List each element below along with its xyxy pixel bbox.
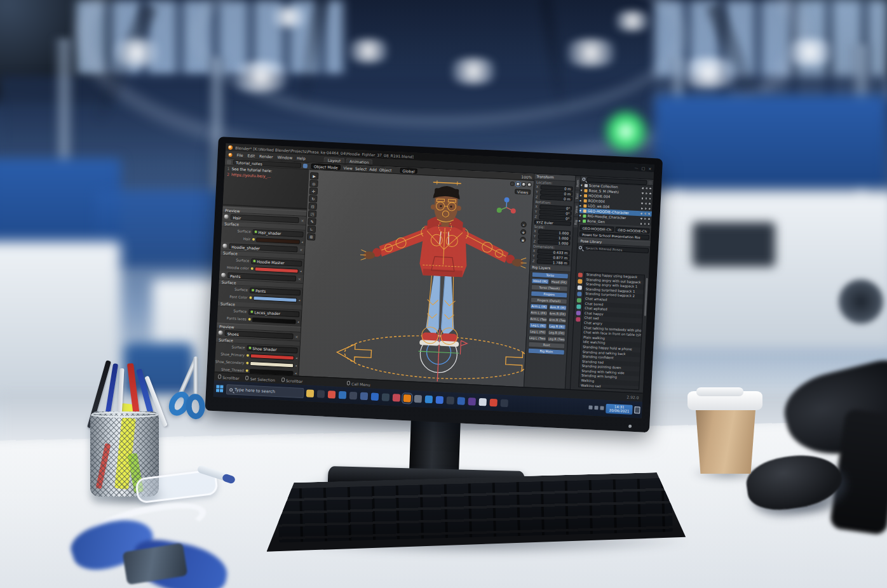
pose-search-icon[interactable]: [579, 246, 582, 249]
visibility-toggles[interactable]: [642, 187, 652, 190]
viewport-tool-button[interactable]: ◳: [308, 210, 317, 218]
taskbar-app-icon[interactable]: [500, 399, 508, 408]
expand-arrow-icon[interactable]: ▾: [580, 188, 583, 192]
taskbar-app-icon[interactable]: [317, 390, 325, 398]
taskbar-app-icon[interactable]: [489, 399, 498, 407]
taskbar-app-icon[interactable]: [382, 393, 390, 401]
taskbar-app-icon[interactable]: [414, 395, 423, 403]
visibility-toggles[interactable]: [640, 202, 651, 205]
navigation-gizmo[interactable]: [495, 196, 518, 219]
viewport-tool-button[interactable]: ⊡: [308, 203, 317, 210]
unlink-icon[interactable]: ×: [299, 248, 302, 252]
taskbar-app-icon[interactable]: [360, 392, 369, 401]
viewport-tool-button[interactable]: ∟: [308, 225, 316, 233]
tray-icon[interactable]: [600, 406, 604, 410]
rail-icon-orange[interactable]: [578, 279, 582, 283]
taskbar-search[interactable]: Type here to search: [226, 384, 304, 398]
expand-arrow-icon[interactable]: ▾: [579, 208, 582, 212]
solid-shading-icon[interactable]: [516, 182, 520, 186]
rail-icon-teal[interactable]: [576, 304, 581, 309]
taskbar-app-icon[interactable]: [457, 397, 465, 405]
pose-search-field[interactable]: Search filtered Poses: [583, 245, 649, 253]
rig-layer-button[interactable]: Arm.L (IK): [530, 304, 548, 310]
viewport-tool-button[interactable]: ✛: [309, 187, 318, 195]
taskbar-app-icon[interactable]: [339, 391, 347, 399]
expand-arrow-icon[interactable]: ▸: [579, 218, 581, 222]
taskbar-app-icon[interactable]: [328, 391, 336, 399]
rig-layer-button[interactable]: Arm.R (Tweak): [548, 317, 566, 323]
menu-item[interactable]: Help: [297, 156, 306, 161]
viewport-tool-button[interactable]: ▶: [310, 172, 319, 180]
rail-icon-green[interactable]: [576, 298, 581, 302]
menu-item[interactable]: Render: [259, 154, 273, 159]
hoodie-color-swatch[interactable]: [255, 267, 299, 273]
tray-icon[interactable]: [595, 406, 599, 410]
taskbar-app-icon[interactable]: [425, 396, 433, 404]
rig-layer-button[interactable]: Arm.R (FK): [548, 311, 566, 317]
taskbar-app-icon[interactable]: [349, 392, 358, 400]
visibility-toggles[interactable]: [641, 192, 651, 195]
visibility-toggles[interactable]: [641, 197, 651, 200]
viewport-menu[interactable]: View: [343, 165, 353, 170]
visibility-toggles[interactable]: [640, 217, 650, 220]
viewport-menu[interactable]: Add: [369, 166, 377, 171]
taskbar-app-icon[interactable]: [306, 389, 315, 398]
pose-list-scrollbar[interactable]: [644, 278, 648, 316]
taskbar-clock[interactable]: 14:31 20/06/2021: [606, 403, 632, 414]
laces-color-swatch[interactable]: [252, 317, 297, 323]
rig-layer-button[interactable]: Leg.L (Tweak): [529, 335, 546, 342]
active-action-field[interactable]: GEO-HOODIE-Ch: [615, 227, 649, 234]
notification-center-icon[interactable]: [634, 406, 640, 413]
rig-layer-button[interactable]: Leg.R (Tweak): [547, 336, 565, 342]
rail-icon-red[interactable]: [578, 272, 582, 277]
visibility-toggles[interactable]: [640, 222, 650, 225]
unlink-icon[interactable]: ×: [301, 218, 304, 223]
rig-layer-button[interactable]: Leg.L (FK): [529, 329, 546, 335]
expand-arrow-icon[interactable]: ▸: [580, 198, 583, 202]
rendered-shading-icon[interactable]: [527, 182, 532, 187]
viewport-tool-button[interactable]: ◎: [309, 180, 318, 187]
object-name[interactable]: BODY.004: [588, 199, 606, 203]
rig-layer-button[interactable]: Arm.L (FK): [530, 310, 548, 316]
rail-icon-blue[interactable]: [577, 291, 581, 296]
blender-menu-icon[interactable]: [228, 152, 232, 156]
visibility-toggles[interactable]: [640, 207, 651, 210]
taskbar-app-icon[interactable]: [468, 398, 476, 406]
tray-icon[interactable]: [589, 406, 593, 410]
rig-layer-button[interactable]: Arm.L (Tweak): [529, 316, 547, 323]
wireframe-shading-icon[interactable]: [510, 182, 515, 186]
rail-icon-magenta[interactable]: [576, 317, 580, 321]
viewport-menu[interactable]: Select: [355, 166, 367, 171]
taskbar-app-icon[interactable]: [403, 394, 412, 403]
mode-dropdown[interactable]: Object Mode: [311, 163, 341, 170]
rig-layer-button[interactable]: Arm.R (IK): [549, 304, 567, 311]
menu-item[interactable]: File: [236, 152, 243, 157]
close-button[interactable]: ×: [648, 166, 651, 170]
editor-type-icon[interactable]: [227, 159, 231, 164]
viewport-tool-button[interactable]: ↻: [309, 195, 318, 203]
run-script-icon[interactable]: [303, 163, 308, 168]
hair-color-swatch[interactable]: [256, 237, 301, 244]
3d-viewport[interactable]: Object Mode ViewSelectAddObject Global 1…: [299, 163, 534, 387]
rail-icon-white[interactable]: [577, 285, 581, 290]
maximize-button[interactable]: □: [642, 166, 646, 170]
unlink-icon[interactable]: ×: [295, 334, 298, 338]
rig-layer-button[interactable]: Leg.R (IK): [548, 323, 565, 330]
tutorial-url[interactable]: https://youtu.be/y_...: [231, 172, 271, 178]
menu-item[interactable]: Window: [277, 155, 292, 160]
menu-item[interactable]: Edit: [247, 153, 255, 158]
taskbar-app-icon[interactable]: [393, 394, 401, 402]
visibility-toggles[interactable]: [640, 212, 651, 215]
rail-icon-purple[interactable]: [576, 311, 580, 315]
expand-arrow-icon[interactable]: ▾: [581, 183, 583, 187]
workspace-tab[interactable]: Layout: [324, 157, 345, 163]
views-dropdown[interactable]: Views: [515, 189, 531, 194]
taskbar-app-icon[interactable]: [371, 392, 379, 401]
expand-arrow-icon[interactable]: ▸: [580, 193, 583, 197]
expand-arrow-icon[interactable]: ▸: [579, 203, 582, 207]
active-object-field[interactable]: GEO-HOODIE-Ch: [579, 225, 614, 232]
taskbar-app-icon[interactable]: [446, 396, 454, 404]
rig-layer-button[interactable]: Leg.L (IK): [529, 323, 547, 329]
rig-layer-button[interactable]: Head (IK): [531, 278, 549, 284]
workspace-tab[interactable]: Animation: [346, 158, 373, 164]
